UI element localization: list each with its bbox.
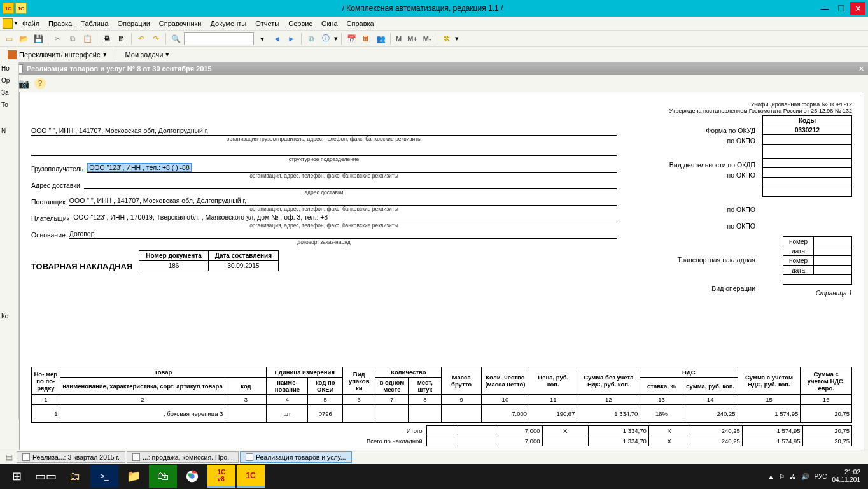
- tray-clock[interactable]: 21:02 04.11.201: [832, 469, 861, 484]
- help-icon[interactable]: ?: [34, 78, 46, 89]
- info-button[interactable]: ⓘ: [319, 32, 332, 45]
- copy-doc-button[interactable]: ⧉: [305, 32, 318, 45]
- menu-edit[interactable]: Правка: [45, 18, 76, 29]
- system-tray: ▲ ⚐ 🖧 🔊 РУС 21:02 04.11.201: [768, 469, 865, 484]
- menu-service[interactable]: Сервис: [284, 18, 316, 29]
- sender-value: ООО " ", ИНН , 141707, Московская обл, Д…: [31, 127, 617, 136]
- menu-icon[interactable]: [3, 18, 13, 29]
- menu-file[interactable]: Файл: [18, 18, 43, 29]
- page-number-label: Страница 1: [816, 290, 852, 297]
- document-toolbar: Опе 📷 ?: [0, 75, 868, 92]
- print-button[interactable]: 🖶: [101, 32, 113, 45]
- document-titlebar: ▤ Реализация товаров и услуг N° 8 от 30 …: [0, 62, 868, 75]
- powershell-button[interactable]: >_: [90, 465, 118, 488]
- menu-table[interactable]: Таблица: [77, 18, 112, 29]
- document-title: Реализация товаров и услуг N° 8 от 30 се…: [27, 65, 212, 73]
- close-button[interactable]: ✕: [850, 2, 865, 15]
- store-button[interactable]: 🛍: [149, 465, 177, 488]
- basis-value: Договор: [69, 230, 617, 239]
- goods-table: Но- мер по по- рядку Товар Единица измер…: [31, 367, 852, 423]
- explorer-button[interactable]: 📁: [120, 465, 148, 488]
- okpo-label-3: по ОКПО: [727, 206, 755, 213]
- doc-title-label: ТОВАРНАЯ НАКЛАДНАЯ: [31, 262, 132, 271]
- window-title: / Комплексная автоматизация, редакция 1.…: [28, 4, 817, 13]
- payer-label: Плательщик: [31, 215, 69, 222]
- window-list-button[interactable]: ▤: [3, 451, 15, 464]
- doc-icon: [246, 453, 253, 461]
- okud-label: Форма по ОКУД: [706, 127, 755, 134]
- org-button[interactable]: 👥: [374, 32, 387, 45]
- transport-label-block: Транспортная накладная Вид операции: [677, 255, 755, 294]
- okdp-label: Вид деятельности по ОКДП: [669, 161, 755, 169]
- nav-forward-button[interactable]: ►: [285, 32, 298, 45]
- tray-flag-icon[interactable]: ⚐: [779, 473, 785, 480]
- window-tab-3[interactable]: Реализация товаров и услу...: [240, 451, 352, 463]
- totals-block: Итого 7,000 X 1 334,70 X 240,25 1 574,95…: [31, 425, 852, 446]
- minimize-button[interactable]: —: [817, 2, 832, 15]
- new-button[interactable]: ▭: [3, 32, 15, 45]
- search-dropdown[interactable]: ▾: [256, 32, 269, 45]
- document-print-preview[interactable]: Унифицированная форма № ТОРГ-12 Утвержде…: [19, 92, 864, 458]
- document-close-button[interactable]: ✕: [858, 65, 864, 73]
- menu-windows[interactable]: Окна: [318, 18, 342, 29]
- menu-catalogs[interactable]: Справочники: [155, 18, 206, 29]
- memory-mminus-button[interactable]: M-: [421, 35, 433, 43]
- tray-lang[interactable]: РУС: [814, 473, 827, 480]
- consignee-label: Грузополучатель: [31, 165, 83, 173]
- chrome-button[interactable]: [178, 465, 206, 488]
- supplier-label: Поставщик: [31, 198, 66, 206]
- calc-button[interactable]: 🖩: [360, 32, 372, 45]
- tray-up-icon[interactable]: ▲: [768, 473, 774, 480]
- menu-help[interactable]: Справка: [343, 18, 378, 29]
- tray-sound-icon[interactable]: 🔊: [801, 473, 809, 480]
- paste-button[interactable]: 📋: [81, 32, 94, 45]
- window-tab-2[interactable]: ...: продажа, комиссия. Про...: [127, 451, 239, 463]
- menu-reports[interactable]: Отчеты: [251, 18, 283, 29]
- left-navigator-strip: Но Ор За То N Ко: [0, 62, 19, 419]
- save-button[interactable]: 💾: [32, 32, 45, 45]
- redo-button[interactable]: ↷: [150, 32, 162, 45]
- payer-value: ООО "123", ИНН , 170019, Тверская обл, ,…: [73, 213, 617, 222]
- search-icon[interactable]: 🔍: [169, 32, 182, 45]
- doc-icon: [22, 453, 30, 461]
- tray-network-icon[interactable]: 🖧: [790, 473, 796, 480]
- panel-bar: Переключить интерфейс ▾ Мои задачи ▾: [0, 47, 868, 62]
- copy-button[interactable]: ⧉: [66, 32, 79, 45]
- start-button[interactable]: ⊞: [3, 465, 31, 488]
- menu-documents[interactable]: Документы: [207, 18, 251, 29]
- my-tasks-button[interactable]: Мои задачи ▾: [120, 49, 175, 60]
- app-icon-1c-small: 1С: [15, 3, 27, 14]
- taskview-button[interactable]: ▭▭: [32, 465, 60, 488]
- 1c-taskbar-button-2[interactable]: 1С: [237, 465, 265, 488]
- calendar-button[interactable]: 📅: [345, 32, 358, 45]
- table-row[interactable]: 1 , боковая черепица 3 шт 0796 7,000 190…: [32, 405, 852, 423]
- memory-mplus-button[interactable]: M+: [405, 35, 419, 43]
- open-button[interactable]: 📂: [17, 32, 30, 45]
- okpo-label-4: по ОКПО: [727, 222, 755, 230]
- main-toolbar: ▭ 📂 💾 ✂ ⧉ 📋 🖶 🗎 ↶ ↷ 🔍 ▾ ◄ ► ⧉ ⓘ ▾ 📅 🖩 👥 …: [0, 31, 868, 47]
- okpo-label-1: по ОКПО: [727, 137, 755, 145]
- okpo-label-2: по ОКПО: [727, 171, 755, 179]
- main-menu: ▾ Файл Правка Таблица Операции Справочни…: [0, 17, 868, 31]
- nav-back-button[interactable]: ◄: [270, 32, 283, 45]
- maximize-button[interactable]: ☐: [834, 2, 849, 15]
- file-explorer-button[interactable]: 🗂: [61, 465, 89, 488]
- doc-icon: [132, 453, 140, 461]
- 1c-taskbar-button-1[interactable]: 1Cv8: [207, 465, 235, 488]
- switch-interface-button[interactable]: Переключить интерфейс ▾: [3, 49, 112, 60]
- search-input[interactable]: [184, 32, 254, 45]
- menu-operations[interactable]: Операции: [113, 18, 153, 29]
- window-tab-1[interactable]: Реализа...: 3 квартал 2015 г.: [17, 451, 125, 463]
- window-tabs-bar: ▤ Реализа...: 3 квартал 2015 г. ...: про…: [0, 450, 868, 464]
- doc-number-table: Номер документаДата составления 18630.09…: [139, 250, 279, 271]
- consignee-value-selected[interactable]: ООО "123", ИНН , тел.: +8 ( ) -88: [87, 163, 192, 172]
- windows-taskbar: ⊞ ▭▭ 🗂 >_ 📁 🛍 1Cv8 1С ▲ ⚐ 🖧 🔊 РУС 21:02 …: [0, 464, 868, 489]
- undo-button[interactable]: ↶: [135, 32, 148, 45]
- form-header: Унифицированная форма № ТОРГ-12 Утвержде…: [669, 101, 852, 114]
- cut-button[interactable]: ✂: [52, 32, 64, 45]
- preview-button[interactable]: 🗎: [115, 32, 128, 45]
- supplier-value: ООО " ", ИНН , 141707, Московская обл, Д…: [69, 197, 617, 206]
- basis-label: Основание: [31, 231, 66, 239]
- settings-button[interactable]: 🛠: [440, 32, 453, 45]
- memory-m-button[interactable]: M: [394, 35, 403, 43]
